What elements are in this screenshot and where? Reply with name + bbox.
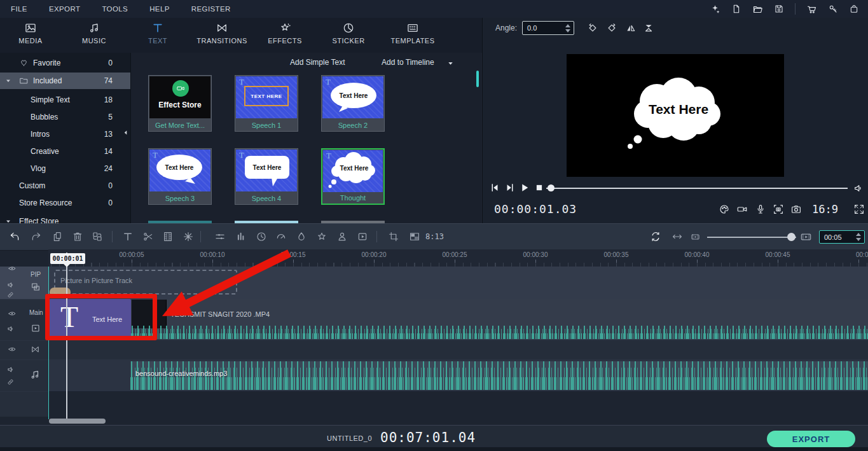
tab-sticker[interactable]: STICKER <box>318 22 379 45</box>
fullscreen-icon[interactable] <box>853 204 865 215</box>
volume-icon[interactable] <box>853 183 864 194</box>
audio-mixer-icon[interactable] <box>235 231 247 242</box>
thought-bubble-overlay[interactable]: Text Here <box>617 74 738 157</box>
rotate-ccw-icon[interactable] <box>587 22 598 34</box>
purchase-bag-icon[interactable] <box>849 4 859 14</box>
visibility-icon[interactable] <box>8 345 17 354</box>
camera-icon[interactable] <box>790 204 802 215</box>
main-track-header[interactable]: Main <box>0 299 48 341</box>
pan-zoom-icon[interactable] <box>409 231 420 242</box>
replace-icon[interactable] <box>92 231 103 242</box>
preview-canvas[interactable]: Text Here <box>567 54 784 177</box>
color-tuning-icon[interactable] <box>296 231 307 242</box>
music-clip[interactable]: bensound-creativeminds.mp3 <box>130 361 868 390</box>
template-tile-speech-4[interactable]: T Text Here Speech 4 <box>235 148 298 205</box>
timeline-horizontal-scrollbar[interactable] <box>49 419 106 424</box>
stop-icon[interactable] <box>534 182 545 193</box>
menu-help[interactable]: HELP <box>139 5 181 13</box>
flip-vertical-icon[interactable] <box>643 22 654 34</box>
music-track-header[interactable] <box>0 359 48 392</box>
save-project-icon[interactable] <box>774 4 784 14</box>
shopping-cart-icon[interactable] <box>806 4 817 15</box>
sidebar-item-bubbles[interactable]: Bubbles 5 <box>0 109 130 125</box>
menu-register[interactable]: REGISTER <box>181 5 242 13</box>
timeline-ruler[interactable]: 00:00:05 00:00:10 00:00:15 00:00:20 00:0… <box>48 249 868 267</box>
add-simple-text-button[interactable]: Add Simple Text <box>290 58 345 67</box>
main-track-lane[interactable]: T Text Here TECHSMIT SNAGIT 2020 .MP4 <box>48 299 868 341</box>
menu-tools[interactable]: TOOLS <box>91 5 139 13</box>
tab-templates[interactable]: TEMPLATES <box>382 22 443 45</box>
open-project-icon[interactable] <box>752 4 763 15</box>
visibility-icon[interactable] <box>8 309 17 318</box>
fit-timeline-icon[interactable] <box>672 231 683 242</box>
render-refresh-icon[interactable] <box>650 231 661 242</box>
caret-down-icon[interactable] <box>4 77 12 85</box>
pip-track-lane[interactable]: Picture in Picture Track <box>48 267 868 300</box>
template-tile-effect-store[interactable]: Effect Store Get More Text... <box>148 75 212 132</box>
sidebar-item-vlog[interactable]: Vlog 24 <box>0 160 130 177</box>
tab-media[interactable]: MEDIA <box>0 22 61 45</box>
visibility-icon[interactable] <box>9 267 15 270</box>
redo-icon[interactable] <box>31 231 42 242</box>
crop-icon[interactable] <box>388 231 399 242</box>
zoom-out-film-icon[interactable] <box>691 232 700 242</box>
sidebar-item-store-resource[interactable]: Store Resource 0 <box>0 195 130 211</box>
magic-wand-icon[interactable] <box>710 4 720 15</box>
zoom-slider[interactable] <box>707 237 796 238</box>
text-tool-icon[interactable] <box>122 231 134 242</box>
seek-handle[interactable] <box>548 184 555 191</box>
clip-handle[interactable] <box>50 288 71 297</box>
template-tile-speech-3[interactable]: T Text Here Speech 3 <box>148 148 212 205</box>
sidebar-item-included[interactable]: Included 74 <box>0 73 130 89</box>
template-tile-speech-1[interactable]: T TEXT HERE Speech 1 <box>235 75 298 132</box>
zoom-in-film-icon[interactable] <box>800 231 812 243</box>
playhead[interactable] <box>66 253 67 419</box>
sidebar-item-intros[interactable]: Intros 13 <box>0 126 130 142</box>
video-clip[interactable]: TECHSMIT SNAGIT 2020 .MP4 <box>131 299 868 340</box>
duration-input[interactable]: 00:05 <box>819 230 865 244</box>
freeze-frame-icon[interactable] <box>183 231 194 242</box>
collapse-panel-icon[interactable] <box>122 129 129 136</box>
mute-icon[interactable] <box>6 281 15 289</box>
play-icon[interactable] <box>519 182 530 193</box>
tab-music[interactable]: MUSIC <box>64 22 125 45</box>
delete-icon[interactable] <box>72 231 83 242</box>
motion-tracking-icon[interactable] <box>336 231 348 242</box>
menu-export[interactable]: EXPORT <box>38 5 91 13</box>
aspect-ratio-label[interactable]: 16:9 <box>812 203 838 216</box>
frame-snapshot-icon[interactable] <box>773 204 784 215</box>
chevron-down-icon[interactable] <box>446 59 455 67</box>
undo-icon[interactable] <box>9 231 20 242</box>
sidebar-item-creative[interactable]: Creative 14 <box>0 143 130 160</box>
camcorder-icon[interactable] <box>736 204 748 215</box>
template-tile-thought[interactable]: T Text Here Thought <box>321 148 385 205</box>
zoom-slider-handle[interactable] <box>787 233 796 241</box>
mute-icon[interactable] <box>6 365 15 374</box>
effects-star-icon[interactable] <box>316 231 327 242</box>
copy-icon[interactable] <box>52 231 64 242</box>
transition-track-header[interactable] <box>0 340 48 360</box>
angle-input[interactable]: 0.0 <box>522 21 574 35</box>
duration-icon[interactable] <box>256 231 267 242</box>
music-track-lane[interactable]: bensound-creativeminds.mp3 <box>48 359 868 392</box>
new-project-icon[interactable] <box>731 4 741 14</box>
sidebar-item-simple-text[interactable]: Simple Text 18 <box>0 92 130 108</box>
detach-audio-icon[interactable] <box>162 231 174 242</box>
next-frame-icon[interactable] <box>504 182 516 193</box>
export-button[interactable]: EXPORT <box>767 431 855 447</box>
link-icon[interactable] <box>6 291 15 299</box>
panel-scrollbar[interactable] <box>476 71 479 87</box>
adjust-icon[interactable] <box>214 231 226 242</box>
flip-horizontal-icon[interactable] <box>625 22 637 34</box>
speed-icon[interactable] <box>275 231 287 242</box>
reverse-icon[interactable] <box>357 231 368 242</box>
tab-text[interactable]: TEXT <box>127 22 188 45</box>
previous-frame-icon[interactable] <box>489 182 500 193</box>
login-key-icon[interactable] <box>828 4 838 14</box>
template-tile-speech-2[interactable]: T Text Here Speech 2 <box>321 75 385 132</box>
menu-file[interactable]: FILE <box>0 5 38 13</box>
split-icon[interactable] <box>142 231 154 242</box>
sidebar-item-favorite[interactable]: Favorite 0 <box>0 55 130 71</box>
color-palette-icon[interactable] <box>719 204 730 215</box>
sidebar-item-custom[interactable]: Custom 0 <box>0 177 130 194</box>
